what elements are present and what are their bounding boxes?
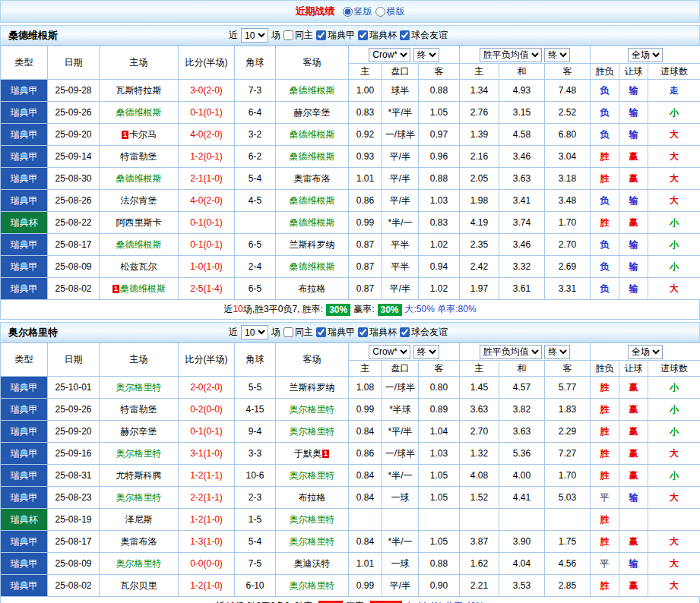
avg-draw: 3.46	[499, 146, 545, 168]
odds-time-select[interactable]: 终	[413, 345, 439, 359]
same-home-checkbox[interactable]	[283, 327, 293, 337]
avg-win: 3.87	[460, 531, 499, 553]
avg-lose: 5.03	[545, 487, 591, 509]
avg-select[interactable]: 胜平负均值	[480, 345, 542, 359]
odds-home: 0.84	[349, 465, 382, 487]
match-row: 瑞典甲25-10-01奥尔格里特2-0(2-0)5-5兰斯科罗纳1.08一/球半…	[1, 377, 700, 399]
goals-result: 大	[648, 575, 700, 597]
odds-away: 0.89	[419, 399, 460, 421]
handicap-result: 输	[619, 80, 648, 102]
layout-vertical-radio[interactable]: 竖版	[343, 5, 372, 18]
layout-horizontal-radio[interactable]: 横版	[375, 5, 405, 18]
avg-draw: 5.36	[499, 443, 545, 465]
avg-select[interactable]: 胜平负均值	[480, 48, 542, 62]
corners: 9-4	[235, 421, 276, 443]
cup-checkbox[interactable]	[358, 327, 368, 337]
odds-company-select[interactable]: Crow*	[369, 345, 410, 359]
match-count-select[interactable]: 10	[241, 28, 268, 43]
avg-win: 2.16	[460, 146, 499, 168]
handicap-result: 输	[619, 190, 648, 212]
home-team: 特雷勒堡	[100, 146, 179, 168]
team-name: 奥尔格里特	[116, 382, 162, 393]
away-team: 桑德维根斯	[276, 212, 349, 234]
match-count-select[interactable]: 10	[241, 325, 268, 339]
filter-league[interactable]: 瑞典甲	[316, 29, 355, 42]
friendly-checkbox[interactable]	[400, 327, 410, 337]
handicap-result: 输	[619, 278, 648, 300]
goals-result: 小	[648, 102, 700, 124]
full-match-select[interactable]: 全场	[628, 345, 663, 359]
horizontal-radio-input[interactable]	[375, 7, 385, 17]
corners: 7-5	[235, 553, 276, 575]
score: 0-0(0-0)	[179, 553, 235, 575]
league-checkbox[interactable]	[316, 327, 326, 337]
team-name: 奥迪沃特	[294, 558, 331, 569]
friendly-checkbox[interactable]	[400, 30, 410, 40]
handicap: 平/半	[382, 190, 419, 212]
cup-checkbox[interactable]	[358, 30, 368, 40]
team-name: 桑德维根斯	[1, 29, 58, 43]
filter-cup[interactable]: 瑞典杯	[358, 29, 397, 42]
col-avg-draw: 和	[499, 64, 545, 80]
corners: 6-5	[235, 234, 276, 256]
team-name: 桑德维根斯	[290, 151, 335, 162]
avg-win: 1.98	[460, 190, 499, 212]
result: 胜	[591, 212, 619, 234]
corners: 5-4	[235, 531, 276, 553]
filter-bar: 近 10 场 同主 瑞典甲 瑞典杯 球会友谊	[229, 325, 448, 339]
odds-away: 1.02	[419, 278, 460, 300]
full-match-select[interactable]: 全场	[628, 48, 663, 62]
result: 平	[591, 553, 619, 575]
same-home-checkbox[interactable]	[283, 30, 293, 40]
vertical-radio-input[interactable]	[343, 7, 353, 17]
filter-friendly[interactable]: 球会友谊	[400, 29, 448, 42]
col-away: 客场	[276, 343, 349, 377]
league-type: 瑞典甲	[1, 278, 48, 300]
filter-friendly[interactable]: 球会友谊	[400, 326, 448, 339]
avg-time-select[interactable]: 终	[544, 48, 570, 62]
odds-away: 0.90	[419, 575, 460, 597]
col-corner: 角球	[235, 343, 276, 377]
team-name: 卡尔马	[129, 129, 157, 140]
handicap: 平/半	[382, 278, 419, 300]
away-team: 奥尔格里特	[276, 465, 349, 487]
team-name: 奥雷布洛	[121, 536, 157, 547]
filter-same-home[interactable]: 同主	[283, 326, 313, 339]
odds-company-select[interactable]: Crow*	[369, 48, 410, 62]
col-score: 比分(半场)	[179, 46, 235, 80]
filter-same-home[interactable]: 同主	[283, 29, 313, 42]
away-team: 桑德维根斯	[276, 146, 349, 168]
col-type: 类型	[1, 46, 48, 80]
avg-draw: 4.57	[499, 377, 545, 399]
col-odds-home: 主	[349, 64, 382, 80]
team-name: 奥尔格里特	[1, 326, 58, 339]
avg-win: 4.08	[460, 465, 499, 487]
avg-draw: 4.00	[499, 465, 545, 487]
match-row: 瑞典甲25-09-26桑德维根斯0-1(0-1)6-4赫尔辛堡0.83*平/半1…	[1, 102, 700, 124]
team-name: 瓦尔贝里	[121, 580, 157, 591]
col-odds-away: 客	[419, 361, 460, 377]
result: 负	[591, 102, 619, 124]
summary-text: 近10场,胜3平0负7, 胜率:	[223, 303, 323, 316]
match-date: 25-08-22	[48, 212, 100, 234]
odds-home: 0.83	[349, 102, 382, 124]
team-name: 奥尔格里特	[290, 514, 335, 525]
col-odds-away: 客	[419, 64, 460, 80]
corners: 6-5	[235, 278, 276, 300]
win-rate-badge: 80%	[318, 601, 343, 603]
league-checkbox[interactable]	[316, 30, 326, 40]
away-team: 奥尔格里特	[276, 509, 349, 531]
filter-league[interactable]: 瑞典甲	[316, 326, 355, 339]
filter-cup[interactable]: 瑞典杯	[358, 326, 397, 339]
avg-draw: 3.63	[499, 421, 545, 443]
avg-time-select[interactable]: 终	[544, 345, 570, 359]
match-date: 25-08-30	[48, 168, 100, 190]
summary-tail: 大:44.4% 单率:40%	[405, 600, 484, 603]
handicap: *半/一	[382, 212, 419, 234]
odds-home: 0.84	[349, 531, 382, 553]
odds-time-select[interactable]: 终	[413, 48, 439, 62]
avg-win: 1.62	[460, 553, 499, 575]
team-name: 奥尔格里特	[290, 426, 335, 437]
away-team: 布拉格	[276, 278, 349, 300]
win-rate-badge: 30%	[326, 304, 350, 316]
